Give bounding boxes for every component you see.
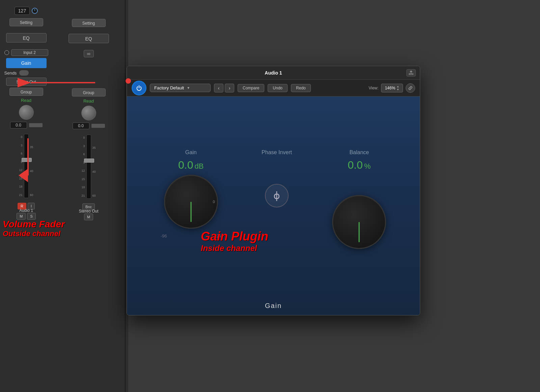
view-arrows-icon: ▲▼	[397, 85, 399, 91]
vol-value-1: 0.0	[10, 122, 27, 129]
channel-name-1: Audio 1	[0, 208, 52, 213]
plugin-title: Audio 1	[265, 70, 282, 76]
gain-control-group: Gain 0.0 dB 0 -96 24	[161, 149, 221, 239]
annotation-volume-fader: Volume Fader Outside channel	[3, 219, 65, 238]
balance-label: Balance	[349, 149, 369, 156]
input-label-1[interactable]: Input 2	[11, 49, 48, 56]
midi-knob[interactable]	[32, 8, 38, 14]
undo-button[interactable]: Undo	[268, 84, 288, 92]
pan-knob-2[interactable]	[81, 106, 96, 120]
annotation-gain-plugin: Gain Plugin Inside channel	[201, 229, 268, 253]
plugin-main: Gain 0.0 dB 0 -96 24 Phase Invert	[127, 96, 420, 315]
annotation-gain-plugin-text: Gain Plugin	[201, 229, 268, 244]
m-button-1[interactable]: M	[17, 213, 26, 220]
annotation-outside-channel-text: Outside channel	[3, 230, 65, 238]
vol-value-2: 0.0	[73, 122, 89, 129]
preset-name: Factory Default	[154, 85, 184, 90]
view-value-text: 146%	[385, 86, 395, 90]
separator-line	[125, 0, 126, 392]
bottom-buttons-m-2: M	[84, 214, 93, 220]
fader-area-2: 0 3 6 9 12 15 18 21 35 40 60	[81, 135, 96, 199]
view-value[interactable]: 146% ▲▼	[381, 84, 403, 92]
compare-button[interactable]: Compare	[238, 84, 264, 92]
pan-knob-1[interactable]	[19, 105, 34, 120]
eq-button-1[interactable]: EQ	[6, 33, 47, 43]
channel-strip-2: Setting EQ ∞ Group Read 0.0 0 3 6 9 12 1…	[62, 0, 115, 220]
arrow-gain-left	[28, 74, 102, 91]
arrow-fader-down	[20, 138, 36, 182]
balance-unit: %	[364, 162, 371, 171]
s-button-1[interactable]: S	[27, 213, 35, 220]
read-button-1[interactable]: Read	[21, 98, 31, 103]
plugin-window: Audio 1 Factory Default ▼ ‹ › Compare Un…	[127, 66, 420, 315]
balance-knob-indicator	[359, 222, 360, 242]
phase-invert-button[interactable]: ϕ	[265, 184, 289, 207]
plugin-toolbar: Factory Default ▼ ‹ › Compare Undo Redo …	[127, 80, 420, 96]
gain-button-1[interactable]: Gain	[6, 58, 47, 68]
gain-knob-indicator	[190, 202, 191, 222]
mixer-area: 127 Setting EQ Input 2 Gain Sends Stereo…	[0, 0, 128, 392]
link-icon-2[interactable]: ∞	[84, 50, 94, 57]
read-button-2[interactable]: Read	[83, 99, 94, 104]
sends-label-1: Sends	[4, 71, 17, 76]
input-circle-1	[4, 50, 9, 55]
balance-control-group: Balance 0.0 %	[332, 149, 386, 249]
fader-scale-right-2: 35 40 60	[92, 135, 96, 199]
m-button-2[interactable]: M	[84, 214, 93, 220]
power-button[interactable]	[132, 81, 146, 95]
input-row-1: Input 2	[4, 49, 48, 56]
gain-value: 0.0	[178, 159, 193, 171]
channel-strip-1: 127 Setting EQ Input 2 Gain Sends Stereo…	[0, 0, 52, 220]
nav-next-button[interactable]: ›	[225, 84, 234, 92]
view-section: View: 146% ▲▼	[369, 83, 415, 93]
annotation-inside-channel-text: Inside channel	[201, 244, 268, 253]
fader-track-2[interactable]	[86, 135, 91, 199]
midi-value-box: 127	[15, 7, 30, 15]
svg-rect-0	[409, 74, 413, 75]
setting-button-2[interactable]: Setting	[72, 19, 106, 27]
plugin-upload-button[interactable]	[406, 69, 416, 77]
plugin-titlebar: Audio 1	[127, 66, 420, 80]
view-label: View:	[369, 86, 378, 90]
link-button[interactable]	[406, 83, 415, 93]
balance-knob[interactable]	[332, 195, 386, 249]
nav-prev-button[interactable]: ‹	[214, 84, 223, 92]
gain-knob[interactable]: 0	[164, 175, 218, 229]
fader-scale-2: 0 3 6 9 12 15 18 21	[81, 135, 85, 199]
channel-name-2: Stereo Out	[62, 209, 115, 214]
gain-unit: dB	[194, 162, 204, 171]
plugin-footer-label: Gain	[265, 302, 282, 310]
controls-row: Gain 0.0 dB 0 -96 24 Phase Invert	[127, 149, 420, 249]
phase-control-group: Phase Invert ϕ	[262, 149, 292, 207]
nav-buttons: ‹ ›	[214, 84, 234, 92]
gain-label: Gain	[185, 149, 197, 156]
eq-button-2[interactable]: EQ	[69, 34, 109, 43]
vol-slider-1[interactable]	[29, 123, 43, 127]
fader-thumb-2[interactable]	[84, 159, 94, 163]
midi-value-row: 127	[15, 7, 38, 15]
annotation-volume-fader-text: Volume Fader	[3, 219, 65, 230]
gain-knob-0-mark: 0	[213, 200, 215, 204]
gain-scale-low: -96	[161, 233, 167, 239]
vol-slider-2[interactable]	[91, 124, 105, 128]
right-area	[422, 0, 540, 392]
phase-label: Phase Invert	[262, 149, 292, 156]
chevron-down-icon: ▼	[187, 86, 190, 90]
redo-button[interactable]: Redo	[291, 84, 311, 92]
bottom-buttons-ms-1: M S	[17, 213, 36, 220]
preset-dropdown[interactable]: Factory Default ▼	[150, 84, 211, 92]
red-dot-indicator	[126, 78, 131, 84]
setting-button-1[interactable]: Setting	[9, 18, 43, 26]
balance-value: 0.0	[348, 159, 362, 171]
